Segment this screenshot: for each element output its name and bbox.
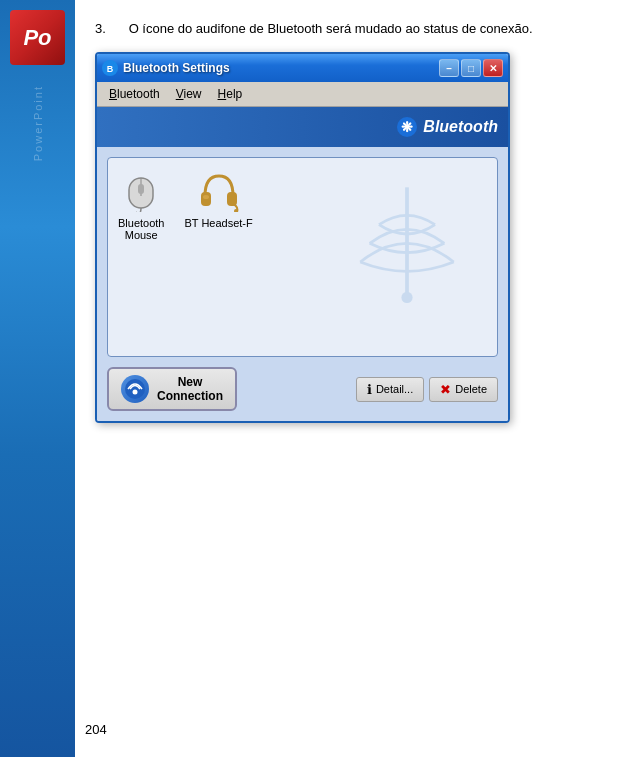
device-list-area: BluetoothMouse (107, 157, 498, 357)
menu-bar: Bluetooth View Help (97, 82, 508, 107)
bt-logo-text: Bluetooth (423, 118, 498, 136)
maximize-button[interactable]: □ (461, 59, 481, 77)
app-logo: Po (10, 10, 65, 65)
svg-text:B: B (107, 64, 114, 74)
device-mouse-label: BluetoothMouse (118, 217, 164, 241)
mouse-icon (119, 168, 163, 212)
title-bar: B Bluetooth Settings – □ ✕ (97, 54, 508, 82)
new-connection-label: NewConnection (157, 375, 223, 403)
menu-view[interactable]: View (169, 84, 209, 104)
window-icon: B (102, 60, 118, 76)
devices-row: BluetoothMouse (118, 168, 487, 241)
bt-logo-area: ❋ Bluetooth (396, 116, 498, 138)
left-strip: Po PowerPoint (0, 0, 75, 757)
svg-text:❋: ❋ (401, 119, 413, 135)
menu-help[interactable]: Help (211, 84, 250, 104)
device-headset-label: BT Headset-F (184, 217, 252, 229)
step-number: 3. (95, 20, 125, 38)
main-content: 3. O ícone do audifone de Bluetooth será… (75, 0, 632, 757)
step-instruction: 3. O ícone do audifone de Bluetooth será… (95, 20, 612, 38)
bluetooth-logo-icon: ❋ (396, 116, 418, 138)
svg-point-12 (203, 195, 209, 199)
title-buttons: – □ ✕ (439, 59, 503, 77)
menu-bluetooth[interactable]: Bluetooth (102, 84, 167, 104)
bluetooth-header: ❋ Bluetooth (97, 107, 508, 147)
window-title: Bluetooth Settings (123, 61, 230, 75)
bottom-buttons: NewConnection ℹ Detail... ✖ Delete (107, 367, 498, 411)
new-connection-button[interactable]: NewConnection (107, 367, 237, 411)
step-text-content: O ícone do audifone de Bluetooth será mu… (129, 21, 533, 36)
page-number: 204 (85, 722, 107, 737)
detail-button[interactable]: ℹ Detail... (356, 377, 424, 402)
detail-icon: ℹ (367, 382, 372, 397)
close-button[interactable]: ✕ (483, 59, 503, 77)
delete-label: Delete (455, 383, 487, 395)
left-strip-decoration: PowerPoint (32, 85, 44, 161)
detail-label: Detail... (376, 383, 413, 395)
svg-point-5 (401, 292, 412, 303)
device-item-headset[interactable]: BT Headset-F (184, 168, 252, 229)
bt-body: BluetoothMouse (97, 147, 508, 421)
svg-rect-8 (138, 184, 144, 194)
title-bar-left: B Bluetooth Settings (102, 60, 230, 76)
headset-icon (197, 168, 241, 212)
new-connection-icon (121, 375, 149, 403)
action-buttons: ℹ Detail... ✖ Delete (356, 377, 498, 402)
svg-point-14 (133, 390, 138, 395)
delete-button[interactable]: ✖ Delete (429, 377, 498, 402)
delete-icon: ✖ (440, 382, 451, 397)
minimize-button[interactable]: – (439, 59, 459, 77)
device-item-mouse[interactable]: BluetoothMouse (118, 168, 164, 241)
bluetooth-settings-window: B Bluetooth Settings – □ ✕ Bluetooth Vie… (95, 52, 510, 423)
